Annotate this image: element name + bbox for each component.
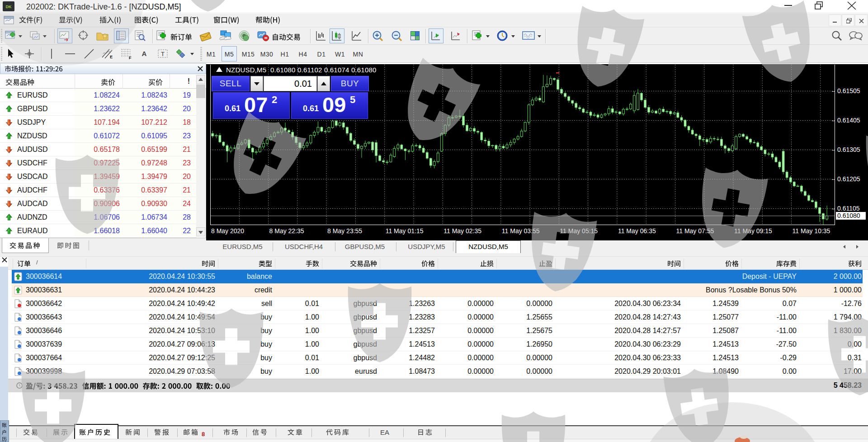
svg-text:T: T: [161, 51, 165, 57]
svg-text:DK: DK: [6, 5, 12, 9]
svg-text:F: F: [129, 56, 132, 60]
svg-text:E: E: [110, 55, 113, 59]
svg-text:A: A: [142, 50, 147, 57]
